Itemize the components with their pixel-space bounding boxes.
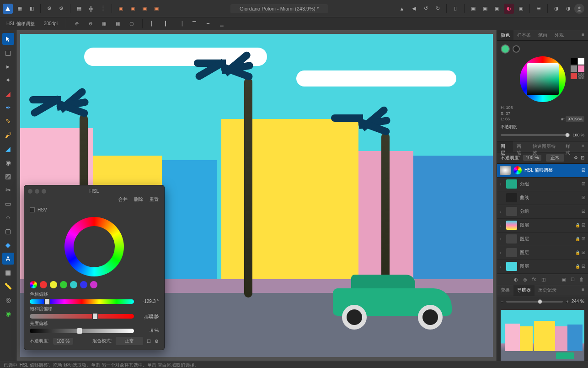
pen-tool[interactable]: ✒: [2, 102, 14, 114]
fill-tool[interactable]: ◢: [2, 143, 14, 155]
rectangle-tool[interactable]: ▭: [2, 198, 14, 210]
delete-layer-icon[interactable]: 🗑: [578, 276, 585, 283]
delete-button[interactable]: 删除: [134, 196, 143, 203]
hsl-color-wheel[interactable]: [64, 217, 124, 276]
flip-h-icon[interactable]: ▲: [397, 4, 407, 14]
insert-icon[interactable]: ⊕: [534, 4, 544, 14]
hue-blue-swatch[interactable]: [80, 281, 87, 288]
tab-stroke[interactable]: 笔画: [535, 30, 551, 40]
fx-icon[interactable]: fx: [530, 276, 538, 283]
user-avatar-icon[interactable]: [574, 4, 584, 14]
nav-menu-icon[interactable]: ≡: [578, 285, 588, 296]
boolean-add-icon[interactable]: ▣: [468, 4, 478, 14]
reset-button[interactable]: 重置: [150, 196, 159, 203]
ctx-icon-2[interactable]: ⊖: [86, 19, 96, 29]
stroke-swatch-icon[interactable]: [513, 45, 520, 53]
ctx-icon-4[interactable]: ▦: [113, 19, 123, 29]
tab-styles[interactable]: 样式: [562, 141, 578, 152]
align-right-icon[interactable]: ▕: [176, 19, 186, 29]
navigator-preview[interactable]: [501, 310, 584, 365]
tab-brushes[interactable]: 画笔: [513, 141, 529, 152]
node-tool[interactable]: ▸: [2, 60, 14, 72]
saturation-slider[interactable]: [30, 314, 134, 319]
boolean-subtract-icon[interactable]: ▣: [480, 4, 490, 14]
blend-mode-select[interactable]: 正常: [546, 154, 564, 162]
tab-appearance[interactable]: 外观: [551, 30, 567, 40]
align-left-icon[interactable]: ▏: [148, 19, 158, 29]
preferences-icon[interactable]: ⚙: [56, 4, 66, 14]
align-middle-icon[interactable]: ━: [203, 19, 213, 29]
tab-history[interactable]: 历史记录: [535, 285, 560, 296]
align-center-icon[interactable]: ▎: [162, 19, 172, 29]
close-icon[interactable]: [28, 189, 32, 194]
luminosity-slider[interactable]: [30, 329, 134, 333]
arrange-backward-icon[interactable]: ▣: [128, 4, 138, 14]
merge-button[interactable]: 合并: [118, 196, 128, 203]
layer-row[interactable]: ›分组☑: [497, 178, 588, 191]
fill-swatch-icon[interactable]: [501, 44, 510, 54]
grid-icon[interactable]: ╬: [86, 4, 96, 14]
opacity-value[interactable]: 100 %: [572, 133, 584, 137]
point-transform-tool[interactable]: ✦: [2, 74, 14, 86]
persona-icon[interactable]: ▦: [15, 4, 25, 14]
artboard-tool[interactable]: ▦: [2, 266, 14, 278]
layer-row[interactable]: 曲线☑: [497, 191, 588, 205]
shape-tool[interactable]: ◆: [2, 239, 14, 251]
hsl-blend-select[interactable]: 正常: [116, 337, 143, 345]
corner-tool[interactable]: ◢: [2, 88, 14, 100]
tab-navigator[interactable]: 导航器: [513, 285, 535, 296]
transparency-tool[interactable]: ▨: [2, 170, 14, 182]
layer-row[interactable]: ›图层🔒 ☑: [497, 233, 588, 246]
flip-v-icon[interactable]: ◀: [409, 4, 419, 14]
arrange-back-icon[interactable]: ▣: [116, 4, 126, 14]
align-bottom-icon[interactable]: ▁: [217, 19, 227, 29]
guides-icon[interactable]: ┊: [98, 4, 108, 14]
layer-opacity-value[interactable]: 100 %: [523, 155, 541, 161]
color-picker-tool[interactable]: ◉: [2, 308, 14, 319]
boolean-divide-icon[interactable]: ▣: [516, 4, 526, 14]
swatch-red[interactable]: [571, 73, 577, 79]
visibility-icon[interactable]: ☑: [582, 168, 585, 173]
rounded-rect-tool[interactable]: ▢: [2, 225, 14, 237]
snap-icon[interactable]: ▦: [74, 4, 84, 14]
view1-icon[interactable]: ◑: [551, 4, 561, 14]
hsv-checkbox[interactable]: [30, 207, 35, 212]
zoom-in-icon[interactable]: +: [566, 299, 568, 304]
rotate-cw-icon[interactable]: ↻: [433, 4, 443, 14]
hsl-opacity-value[interactable]: 100 %: [53, 338, 73, 345]
layer-settings-icon[interactable]: ⚙: [574, 155, 578, 160]
hue-magenta-swatch[interactable]: [90, 281, 97, 288]
swatch-gray[interactable]: [571, 65, 577, 72]
layer-row[interactable]: ›分组☑: [497, 205, 588, 219]
tab-effects[interactable]: 快速图层特效: [529, 141, 562, 152]
panel-menu-icon[interactable]: ≡: [578, 30, 588, 40]
hue-green-swatch[interactable]: [60, 281, 67, 288]
mask-icon[interactable]: ◎: [521, 276, 529, 283]
brush-tool[interactable]: 🖌: [2, 129, 14, 141]
text-tool[interactable]: A: [2, 253, 14, 265]
hue-value[interactable]: -129.3 °: [138, 299, 159, 304]
dpi-value[interactable]: 300dpi: [41, 20, 60, 27]
adjustment-icon[interactable]: ◐: [512, 276, 519, 283]
view2-icon[interactable]: ◑: [563, 4, 573, 14]
hue-red-swatch[interactable]: [40, 281, 47, 288]
crop-layer-icon[interactable]: ◫: [540, 276, 547, 283]
tab-swatches[interactable]: 样本条: [513, 30, 535, 40]
ctx-icon-5[interactable]: ▢: [127, 19, 137, 29]
boolean-intersect-icon[interactable]: ▣: [492, 4, 502, 14]
align-icon[interactable]: ▯: [450, 4, 460, 14]
swatch-black[interactable]: [571, 58, 577, 65]
zoom-value[interactable]: 244 %: [572, 299, 584, 304]
swatch-pink[interactable]: [578, 65, 584, 72]
layers-menu-icon[interactable]: ≡: [578, 141, 588, 152]
layer-row[interactable]: ›图层🔒 ☑: [497, 219, 588, 233]
gradient-tool[interactable]: ◉: [2, 157, 14, 168]
zoom-slider[interactable]: [506, 301, 563, 303]
tab-transform[interactable]: 变换: [497, 285, 513, 296]
arrange-forward-icon[interactable]: ▣: [139, 4, 150, 14]
tab-layers[interactable]: 图层: [497, 141, 513, 152]
eyedropper-tool[interactable]: ◎: [2, 294, 14, 306]
layer-row[interactable]: ›图层🔒 ☑: [497, 246, 588, 260]
hsl-settings-icon[interactable]: ⚙: [155, 339, 159, 344]
minimize-icon[interactable]: [35, 189, 39, 194]
